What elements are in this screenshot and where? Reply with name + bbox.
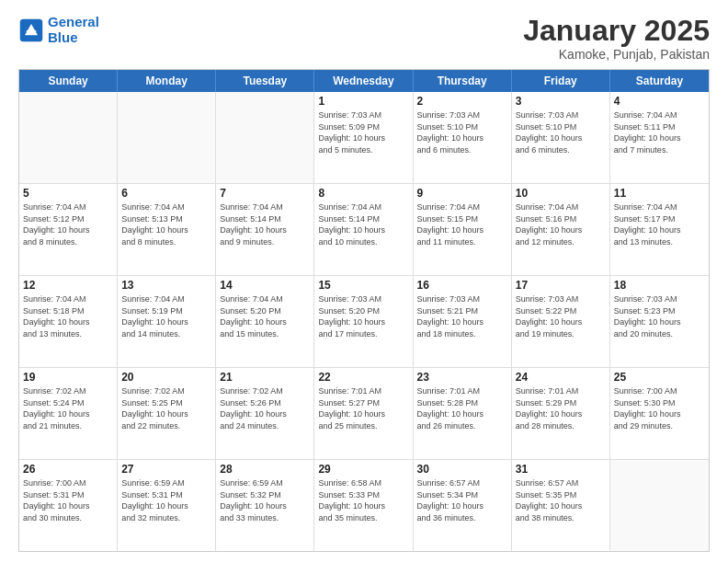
day-info: Sunrise: 7:00 AM Sunset: 5:30 PM Dayligh… [614,385,705,431]
day-info: Sunrise: 7:04 AM Sunset: 5:12 PM Dayligh… [23,201,113,247]
logo-text: General Blue [48,15,99,45]
calendar-cell: 15Sunrise: 7:03 AM Sunset: 5:20 PM Dayli… [314,276,413,367]
day-number: 2 [417,95,507,108]
day-info: Sunrise: 7:04 AM Sunset: 5:18 PM Dayligh… [23,293,113,339]
day-info: Sunrise: 7:02 AM Sunset: 5:24 PM Dayligh… [23,385,113,431]
day-number: 8 [318,187,408,200]
calendar-cell: 31Sunrise: 6:57 AM Sunset: 5:35 PM Dayli… [512,460,610,551]
day-info: Sunrise: 7:04 AM Sunset: 5:14 PM Dayligh… [318,201,408,247]
day-info: Sunrise: 7:04 AM Sunset: 5:19 PM Dayligh… [121,293,211,339]
calendar-week: 19Sunrise: 7:02 AM Sunset: 5:24 PM Dayli… [19,368,709,460]
calendar-cell [118,92,216,183]
calendar-cell: 6Sunrise: 7:04 AM Sunset: 5:13 PM Daylig… [118,184,216,275]
day-info: Sunrise: 7:03 AM Sunset: 5:10 PM Dayligh… [516,109,606,155]
calendar-cell: 11Sunrise: 7:04 AM Sunset: 5:17 PM Dayli… [610,184,709,275]
day-info: Sunrise: 7:03 AM Sunset: 5:23 PM Dayligh… [614,293,705,339]
logo-icon [18,17,44,43]
calendar-cell: 9Sunrise: 7:04 AM Sunset: 5:15 PM Daylig… [414,184,512,275]
day-number: 23 [417,371,507,384]
calendar-cell: 2Sunrise: 7:03 AM Sunset: 5:10 PM Daylig… [414,92,512,183]
day-info: Sunrise: 7:03 AM Sunset: 5:20 PM Dayligh… [318,293,408,339]
calendar-cell: 18Sunrise: 7:03 AM Sunset: 5:23 PM Dayli… [610,276,709,367]
day-info: Sunrise: 7:04 AM Sunset: 5:13 PM Dayligh… [121,201,211,247]
weekday-header-cell: Monday [118,70,216,92]
calendar-cell: 28Sunrise: 6:59 AM Sunset: 5:32 PM Dayli… [216,460,314,551]
day-number: 1 [318,95,408,108]
day-number: 3 [516,95,606,108]
day-info: Sunrise: 7:04 AM Sunset: 5:15 PM Dayligh… [417,201,507,247]
day-info: Sunrise: 7:02 AM Sunset: 5:25 PM Dayligh… [121,385,211,431]
day-info: Sunrise: 7:03 AM Sunset: 5:10 PM Dayligh… [417,109,507,155]
weekday-header-cell: Sunday [19,70,118,92]
day-number: 5 [23,187,113,200]
day-number: 9 [417,187,507,200]
calendar-page: General Blue January 2025 Kamoke, Punjab… [0,0,728,563]
day-info: Sunrise: 7:02 AM Sunset: 5:26 PM Dayligh… [220,385,310,431]
day-number: 4 [614,95,705,108]
day-number: 26 [23,463,113,476]
weekday-header-cell: Thursday [414,70,512,92]
day-number: 15 [318,279,408,292]
day-number: 13 [121,279,211,292]
day-number: 12 [23,279,113,292]
page-header: General Blue January 2025 Kamoke, Punjab… [18,15,710,62]
calendar-cell: 30Sunrise: 6:57 AM Sunset: 5:34 PM Dayli… [414,460,512,551]
calendar-cell: 26Sunrise: 7:00 AM Sunset: 5:31 PM Dayli… [19,460,118,551]
day-number: 19 [23,371,113,384]
calendar-week: 1Sunrise: 7:03 AM Sunset: 5:09 PM Daylig… [19,92,709,184]
calendar-cell: 1Sunrise: 7:03 AM Sunset: 5:09 PM Daylig… [314,92,413,183]
day-number: 20 [121,371,211,384]
calendar-subtitle: Kamoke, Punjab, Pakistan [523,47,710,62]
day-number: 6 [121,187,211,200]
day-info: Sunrise: 7:04 AM Sunset: 5:16 PM Dayligh… [516,201,606,247]
day-info: Sunrise: 7:03 AM Sunset: 5:09 PM Dayligh… [318,109,408,155]
calendar-cell: 12Sunrise: 7:04 AM Sunset: 5:18 PM Dayli… [19,276,118,367]
day-info: Sunrise: 7:03 AM Sunset: 5:22 PM Dayligh… [516,293,606,339]
calendar-cell: 29Sunrise: 6:58 AM Sunset: 5:33 PM Dayli… [314,460,413,551]
calendar-cell: 20Sunrise: 7:02 AM Sunset: 5:25 PM Dayli… [118,368,216,459]
day-info: Sunrise: 7:04 AM Sunset: 5:11 PM Dayligh… [614,109,705,155]
day-info: Sunrise: 7:04 AM Sunset: 5:20 PM Dayligh… [220,293,310,339]
weekday-header-cell: Friday [512,70,610,92]
calendar-cell [610,460,709,551]
calendar-cell: 17Sunrise: 7:03 AM Sunset: 5:22 PM Dayli… [512,276,610,367]
day-info: Sunrise: 7:01 AM Sunset: 5:27 PM Dayligh… [318,385,408,431]
calendar-cell: 16Sunrise: 7:03 AM Sunset: 5:21 PM Dayli… [414,276,512,367]
day-number: 11 [614,187,705,200]
calendar-title: January 2025 [523,15,710,47]
calendar-cell: 8Sunrise: 7:04 AM Sunset: 5:14 PM Daylig… [314,184,413,275]
weekday-header-cell: Tuesday [216,70,314,92]
day-number: 22 [318,371,408,384]
day-number: 7 [220,187,310,200]
calendar-week: 5Sunrise: 7:04 AM Sunset: 5:12 PM Daylig… [19,184,709,276]
day-number: 21 [220,371,310,384]
day-info: Sunrise: 6:59 AM Sunset: 5:31 PM Dayligh… [121,477,211,523]
weekday-header-cell: Saturday [610,70,709,92]
day-info: Sunrise: 7:01 AM Sunset: 5:29 PM Dayligh… [516,385,606,431]
calendar: SundayMondayTuesdayWednesdayThursdayFrid… [18,69,710,552]
calendar-body: 1Sunrise: 7:03 AM Sunset: 5:09 PM Daylig… [19,92,709,551]
weekday-header-cell: Wednesday [314,70,413,92]
day-info: Sunrise: 6:58 AM Sunset: 5:33 PM Dayligh… [318,477,408,523]
day-number: 25 [614,371,705,384]
day-info: Sunrise: 7:04 AM Sunset: 5:17 PM Dayligh… [614,201,705,247]
day-info: Sunrise: 6:57 AM Sunset: 5:35 PM Dayligh… [516,477,606,523]
title-block: January 2025 Kamoke, Punjab, Pakistan [523,15,710,62]
day-number: 24 [516,371,606,384]
day-number: 29 [318,463,408,476]
calendar-cell: 25Sunrise: 7:00 AM Sunset: 5:30 PM Dayli… [610,368,709,459]
calendar-cell: 10Sunrise: 7:04 AM Sunset: 5:16 PM Dayli… [512,184,610,275]
day-number: 14 [220,279,310,292]
calendar-cell: 7Sunrise: 7:04 AM Sunset: 5:14 PM Daylig… [216,184,314,275]
calendar-cell: 3Sunrise: 7:03 AM Sunset: 5:10 PM Daylig… [512,92,610,183]
calendar-week: 26Sunrise: 7:00 AM Sunset: 5:31 PM Dayli… [19,460,709,551]
day-info: Sunrise: 6:57 AM Sunset: 5:34 PM Dayligh… [417,477,507,523]
day-number: 28 [220,463,310,476]
day-info: Sunrise: 7:01 AM Sunset: 5:28 PM Dayligh… [417,385,507,431]
calendar-cell: 27Sunrise: 6:59 AM Sunset: 5:31 PM Dayli… [118,460,216,551]
calendar-cell: 13Sunrise: 7:04 AM Sunset: 5:19 PM Dayli… [118,276,216,367]
day-number: 27 [121,463,211,476]
logo: General Blue [18,15,99,45]
calendar-cell: 4Sunrise: 7:04 AM Sunset: 5:11 PM Daylig… [610,92,709,183]
calendar-cell: 14Sunrise: 7:04 AM Sunset: 5:20 PM Dayli… [216,276,314,367]
